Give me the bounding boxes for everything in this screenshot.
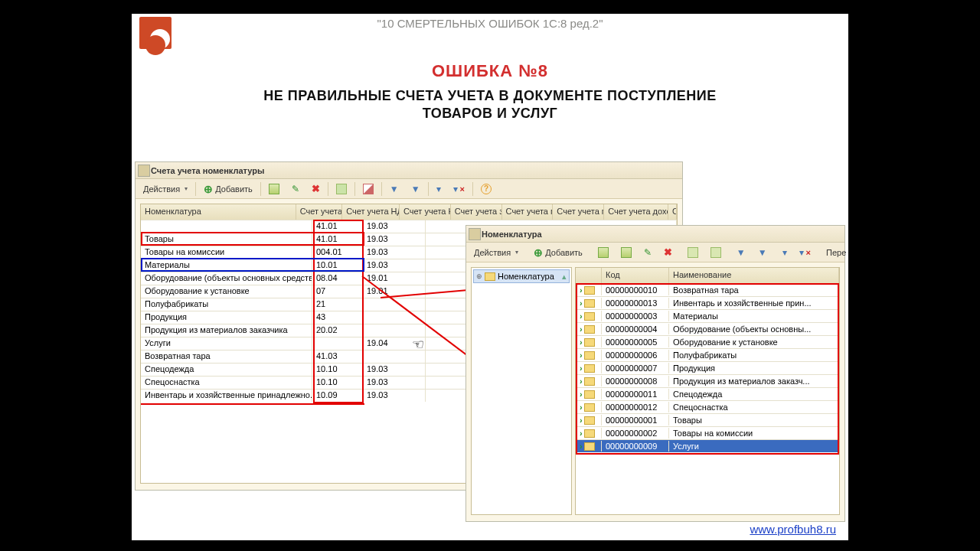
folder-icon	[584, 403, 595, 412]
nomenclature-grid[interactable]: Код Наименование 00000000010Возвратная т…	[575, 267, 840, 515]
folder-icon	[584, 377, 595, 386]
col-nomenclature[interactable]: Номенклатура	[141, 204, 296, 220]
delete-icon: ✖	[664, 246, 672, 258]
folder-icon	[485, 272, 495, 281]
cell-code: 00000000004	[602, 324, 669, 334]
cell-name: Спецоснастка	[669, 402, 839, 412]
cell-vat: 19.03	[363, 390, 426, 402]
funnel-x-icon: ▾	[453, 184, 458, 194]
folder-icon	[584, 325, 595, 334]
filter-c[interactable]: ▾	[778, 245, 792, 260]
list-item[interactable]: 00000000006Полуфабрикаты	[576, 348, 839, 361]
help-icon: ?	[481, 184, 492, 194]
list-item[interactable]: 00000000004Оборудование (объекты основны…	[576, 322, 839, 335]
pencil-icon: ✎	[644, 247, 652, 258]
col-vat[interactable]: Счет учета НДС ...	[342, 204, 400, 220]
slide-subtitle: НЕ ПРАВИЛЬНЫЕ СЧЕТА УЧЕТА В ДОКУМЕНТЕ ПО…	[132, 87, 848, 122]
list-item[interactable]: 00000000007Продукция	[576, 361, 839, 374]
help-button[interactable]: ?	[476, 181, 496, 197]
copy-icon	[621, 247, 632, 258]
filter-clear[interactable]: ▾×	[449, 181, 469, 197]
funnel-icon: ▼	[411, 184, 420, 194]
add-button[interactable]: ⊕Добавить	[529, 245, 587, 260]
filter-a[interactable]: ▼	[732, 245, 750, 260]
tree-panel[interactable]: ⊕ Номенклатура ▴	[471, 267, 572, 515]
tb-icon-1[interactable]	[332, 181, 351, 197]
list-item[interactable]: 00000000012Спецоснастка	[576, 400, 839, 413]
filter-2[interactable]: ▼	[407, 181, 425, 197]
footer-link[interactable]: www.profbuh8.ru	[750, 523, 836, 536]
list-item[interactable]: 00000000001Товары	[576, 413, 839, 426]
funnel-icon: ▼	[737, 247, 746, 258]
filter-b[interactable]: ▼	[753, 245, 772, 260]
folder-icon	[584, 416, 595, 425]
expand-icon[interactable]: ⊕	[476, 272, 482, 280]
scroll-up-icon[interactable]: ▴	[562, 272, 567, 282]
cell-acc: 10.10	[312, 377, 363, 389]
col-3[interactable]: Счет учета Н...	[400, 204, 451, 220]
cell-vat: 19.03	[363, 233, 426, 246]
funnel-icon: ▼	[390, 184, 399, 194]
plus-icon: ⊕	[534, 248, 543, 257]
col-name[interactable]: Наименование	[669, 268, 839, 283]
col-icon[interactable]	[576, 268, 602, 283]
more-button[interactable]: Пере	[822, 245, 848, 260]
cell-nom: Оборудование (объекты основных средств)	[141, 272, 312, 285]
cell-code: 00000000005	[602, 337, 669, 347]
cell-nom: Оборудование к установке	[141, 285, 312, 298]
actions-menu[interactable]: Действия	[469, 245, 523, 260]
cell-icon	[576, 389, 602, 399]
col-6[interactable]: Счет учета п...	[553, 204, 604, 220]
col-7[interactable]: Счет учета дохо...	[604, 204, 668, 220]
tree-root[interactable]: ⊕ Номенклатура ▴	[473, 269, 570, 283]
window-title: Номенклатура	[466, 226, 844, 243]
list-item[interactable]: 00000000003Материалы	[576, 309, 839, 322]
col-4[interactable]: Счет учета з...	[451, 204, 502, 220]
cell-icon	[576, 298, 602, 308]
cell-nom: Товары на комиссии	[141, 246, 312, 259]
cell-icon	[576, 441, 602, 452]
slide-title: ОШИБКА №8	[132, 61, 848, 81]
filter-3[interactable]: ▾	[432, 181, 446, 197]
cell-code: 00000000010	[602, 285, 669, 295]
list-item[interactable]: 00000000011Спецодежда	[576, 387, 839, 400]
folder-icon	[584, 338, 595, 347]
list-item[interactable]: 00000000013Инвентарь и хозяйственные при…	[576, 296, 839, 309]
list-item[interactable]: 00000000002Товары на комиссии	[576, 426, 839, 439]
cell-acc: 21	[312, 298, 363, 311]
hierarchy-button[interactable]	[683, 245, 703, 260]
new-group[interactable]	[593, 245, 613, 260]
cell-vat: 19.03	[363, 246, 426, 259]
list-item[interactable]: 00000000010Возвратная тара	[576, 283, 839, 296]
list-item[interactable]: 00000000009Услуги	[576, 439, 839, 452]
delete-button[interactable]: ✖	[307, 181, 325, 197]
col-account[interactable]: Счет учета	[296, 204, 342, 220]
cell-acc: 10.01	[312, 259, 363, 272]
cell-code: 00000000012	[602, 402, 669, 412]
edit-button[interactable]: ✎	[639, 245, 656, 260]
cell-nom: Полуфабрикаты	[141, 298, 312, 311]
cell-code: 00000000011	[602, 389, 669, 399]
funnel-x-icon: ▾	[799, 247, 804, 258]
col-5[interactable]: Счет учета п...	[502, 204, 554, 220]
tree-icon	[688, 247, 698, 258]
col-8[interactable]: Счет	[668, 204, 677, 220]
cell-vat: 19.03	[363, 364, 426, 376]
list-item[interactable]: 00000000005Оборудование к установке	[576, 335, 839, 348]
filter-clear[interactable]: ▾×	[795, 245, 815, 260]
delete-button[interactable]: ✖	[659, 245, 677, 260]
actions-menu[interactable]: Действия	[139, 181, 192, 197]
col-code[interactable]: Код	[602, 268, 669, 283]
cell-nom: Продукция из материалов заказчика	[141, 324, 312, 337]
cell-nom: Инвентарь и хозяйственные принадлежно...	[141, 390, 312, 402]
copy-button[interactable]	[264, 181, 284, 197]
tb-icon-2[interactable]	[358, 181, 378, 197]
list-item[interactable]: 00000000008Продукция из материалов заказ…	[576, 374, 839, 387]
cell-name: Продукция из материалов заказч...	[669, 376, 839, 386]
filter-1[interactable]: ▼	[385, 181, 403, 197]
add-button[interactable]: ⊕Добавить	[199, 181, 257, 197]
edit-button[interactable]: ✎	[287, 181, 304, 197]
copy-button[interactable]	[616, 245, 636, 260]
cell-code: 00000000007	[602, 363, 669, 373]
move-button[interactable]	[706, 245, 726, 260]
